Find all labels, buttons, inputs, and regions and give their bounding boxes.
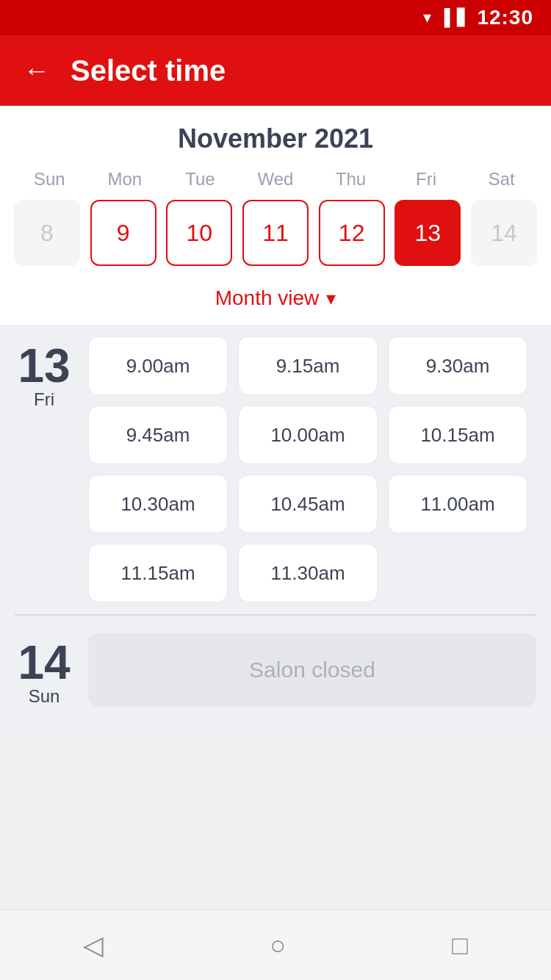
date-cell[interactable]: 10 <box>166 200 232 266</box>
time-slot[interactable]: 9.15am <box>238 336 378 395</box>
recent-nav-icon[interactable]: □ <box>452 930 468 961</box>
weekday-label: Sat <box>464 169 539 190</box>
weekday-label: Sun <box>12 169 87 190</box>
back-button[interactable]: ← <box>24 55 50 86</box>
back-nav-icon[interactable]: ◁ <box>83 930 104 961</box>
time-slot[interactable]: 9.30am <box>388 336 527 395</box>
weekday-label: Tue <box>162 169 238 190</box>
day-number-13: 13 <box>18 342 70 389</box>
divider <box>15 614 536 616</box>
day-label-13: 13 Fri <box>15 336 73 410</box>
signal-icon <box>439 8 450 27</box>
status-time: 12:30 <box>477 6 533 29</box>
weekday-label: Fri <box>389 169 464 190</box>
month-label: November 2021 <box>0 123 551 169</box>
salon-closed-block: Salon closed <box>88 633 536 707</box>
day-block-14: 14 Sun Salon closed <box>15 633 536 707</box>
date-cell[interactable]: 11 <box>242 200 309 266</box>
bottom-nav: ◁ ○ □ <box>0 909 551 980</box>
month-view-label: Month view <box>215 287 320 310</box>
day-name-13: Fri <box>34 389 54 410</box>
weekday-label: Wed <box>238 169 314 190</box>
date-cell[interactable]: 14 <box>471 200 537 266</box>
month-view-toggle[interactable]: Month view ▾ <box>0 278 551 325</box>
date-cell[interactable]: 13 <box>395 200 461 266</box>
time-slot[interactable]: 11.30am <box>238 544 378 602</box>
page-title: Select time <box>71 54 226 87</box>
battery-icon <box>457 8 469 27</box>
time-section: 13 Fri 9.00am9.15am9.30am9.45am10.00am10… <box>0 325 551 736</box>
slots-grid-13: 9.00am9.15am9.30am9.45am10.00am10.15am10… <box>88 336 536 602</box>
salon-closed-text: Salon closed <box>249 657 375 682</box>
day-number-14: 14 <box>18 639 70 686</box>
home-nav-icon[interactable]: ○ <box>270 930 286 961</box>
date-cell[interactable]: 9 <box>90 200 156 266</box>
weekday-label: Thu <box>313 169 389 190</box>
time-slot[interactable]: 10.30am <box>88 475 228 533</box>
weekday-label: Mon <box>87 169 163 190</box>
time-slot[interactable]: 9.00am <box>88 336 228 395</box>
dates-row: 891011121314 <box>0 200 551 278</box>
time-slot[interactable]: 10.00am <box>238 406 378 464</box>
time-slot[interactable]: 10.15am <box>388 406 527 464</box>
date-cell[interactable]: 8 <box>14 200 80 266</box>
status-icons: 12:30 <box>423 6 533 29</box>
time-slot[interactable]: 10.45am <box>238 475 378 533</box>
header: ← Select time <box>0 35 551 106</box>
date-cell[interactable]: 12 <box>319 200 385 266</box>
day-label-14: 14 Sun <box>15 633 73 707</box>
time-slot[interactable]: 11.15am <box>88 544 228 602</box>
time-slot[interactable]: 11.00am <box>388 475 527 533</box>
weekdays-row: SunMonTueWedThuFriSat <box>0 169 551 200</box>
calendar-section: November 2021 SunMonTueWedThuFriSat 8910… <box>0 106 551 325</box>
wifi-icon <box>423 8 431 27</box>
day-name-14: Sun <box>29 686 60 707</box>
chevron-down-icon: ▾ <box>326 287 336 310</box>
day-block-13: 13 Fri 9.00am9.15am9.30am9.45am10.00am10… <box>15 336 536 602</box>
status-bar: 12:30 <box>0 0 551 35</box>
time-slot[interactable]: 9.45am <box>88 406 228 464</box>
